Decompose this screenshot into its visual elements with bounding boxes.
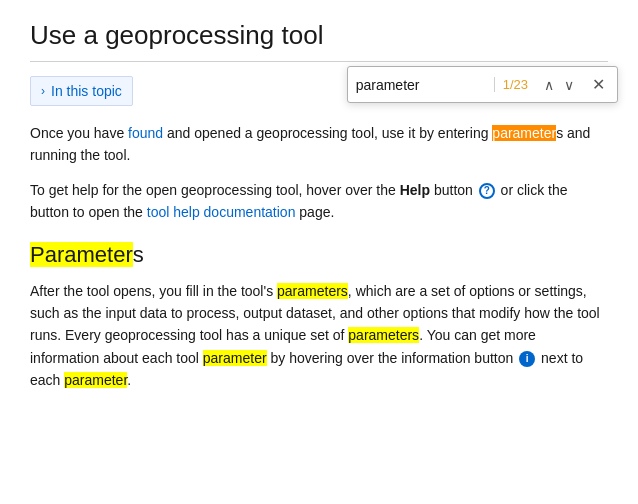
section-paragraph: After the tool opens, you fill in the to… <box>30 280 608 392</box>
highlight-parameter-4: parameter <box>203 350 267 366</box>
help-button-label: Help <box>400 182 430 198</box>
highlight-parameter-5: parameter <box>64 372 127 388</box>
in-this-topic-link[interactable]: In this topic <box>51 83 122 99</box>
chevron-right-icon: › <box>41 84 45 98</box>
section-divider <box>30 61 608 62</box>
found-link[interactable]: found <box>128 125 163 141</box>
highlight-parameter-1: parameter <box>492 125 556 141</box>
search-close-button[interactable]: ✕ <box>588 73 609 96</box>
search-nav-buttons <box>536 75 578 95</box>
arrow-down-icon <box>564 77 574 93</box>
search-input[interactable] <box>356 77 486 93</box>
heading-highlight: Parameter <box>30 242 133 267</box>
info-icon: i <box>519 351 535 367</box>
paragraph-2: To get help for the open geoprocessing t… <box>30 179 608 224</box>
highlight-parameters-3: parameters <box>348 327 419 343</box>
arrow-up-icon <box>544 77 554 93</box>
parameters-heading: Parameters <box>30 242 608 268</box>
search-prev-button[interactable] <box>540 75 558 95</box>
search-bar: 1/23 ✕ <box>347 66 618 103</box>
paragraph-1: Once you have found and opened a geoproc… <box>30 122 608 167</box>
page-container: Use a geoprocessing tool › In this topic… <box>0 0 638 504</box>
page-title: Use a geoprocessing tool <box>30 20 608 51</box>
close-icon: ✕ <box>592 75 605 94</box>
search-count: 1/23 <box>494 77 528 92</box>
search-next-button[interactable] <box>560 75 578 95</box>
in-this-topic-section[interactable]: › In this topic <box>30 76 133 106</box>
tool-help-link[interactable]: tool help documentation <box>147 204 296 220</box>
help-icon: ? <box>479 183 495 199</box>
highlight-parameters-2: parameters <box>277 283 348 299</box>
